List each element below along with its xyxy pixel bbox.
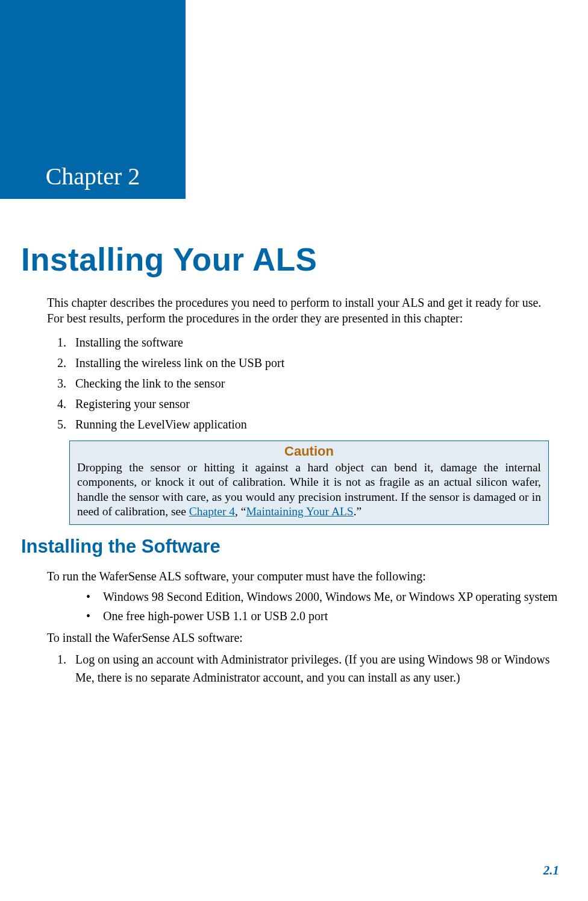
list-item: 1.Log on using an account with Administr… <box>63 650 561 686</box>
list-item-text: Running the LevelView application <box>75 418 247 431</box>
maintaining-link[interactable]: Maintaining Your ALS <box>246 505 353 518</box>
chapter-label: Chapter 2 <box>46 162 140 190</box>
list-item: One free high-power USB 1.1 or USB 2.0 p… <box>86 608 561 624</box>
list-item-text: Log on using an account with Administrat… <box>75 653 550 684</box>
list-item: 3.Checking the link to the sensor <box>63 374 561 392</box>
list-item-text: Installing the wireless link on the USB … <box>75 356 284 369</box>
install-intro: To install the WaferSense ALS software: <box>21 630 561 645</box>
list-item: 4.Registering your sensor <box>63 395 561 413</box>
list-item-text: Checking the link to the sensor <box>75 377 225 390</box>
intro-paragraph: This chapter describes the procedures yo… <box>21 295 561 326</box>
list-item-text: Registering your sensor <box>75 397 190 410</box>
list-item-text: Windows 98 Second Edition, Windows 2000,… <box>103 590 557 603</box>
list-item: Windows 98 Second Edition, Windows 2000,… <box>86 589 561 604</box>
page-number: 2.1 <box>543 863 559 878</box>
list-item: 1.Installing the software <box>63 333 561 351</box>
procedure-list: 1.Installing the software 2.Installing t… <box>21 333 561 433</box>
page-content: Installing Your ALS This chapter describ… <box>0 241 588 694</box>
caution-text-mid: , “ <box>235 505 246 518</box>
chapter-4-link[interactable]: Chapter 4 <box>189 505 235 518</box>
caution-text: Dropping the sensor or hitting it agains… <box>77 460 541 520</box>
caution-title: Caution <box>77 444 541 459</box>
list-item-text: One free high-power USB 1.1 or USB 2.0 p… <box>103 609 328 623</box>
caution-text-after: .” <box>354 505 362 518</box>
chapter-badge: Chapter 2 <box>0 0 186 199</box>
caution-box: Caution Dropping the sensor or hitting i… <box>69 441 549 525</box>
section-title: Installing the Software <box>21 536 561 557</box>
install-steps-list: 1.Log on using an account with Administr… <box>21 650 561 686</box>
list-item-text: Installing the software <box>75 336 183 349</box>
page-title: Installing Your ALS <box>21 241 561 278</box>
list-item: 5.Running the LevelView application <box>63 415 561 433</box>
requirements-intro: To run the WaferSense ALS software, your… <box>21 568 561 584</box>
list-item: 2.Installing the wireless link on the US… <box>63 354 561 372</box>
requirements-list: Windows 98 Second Edition, Windows 2000,… <box>21 589 561 624</box>
